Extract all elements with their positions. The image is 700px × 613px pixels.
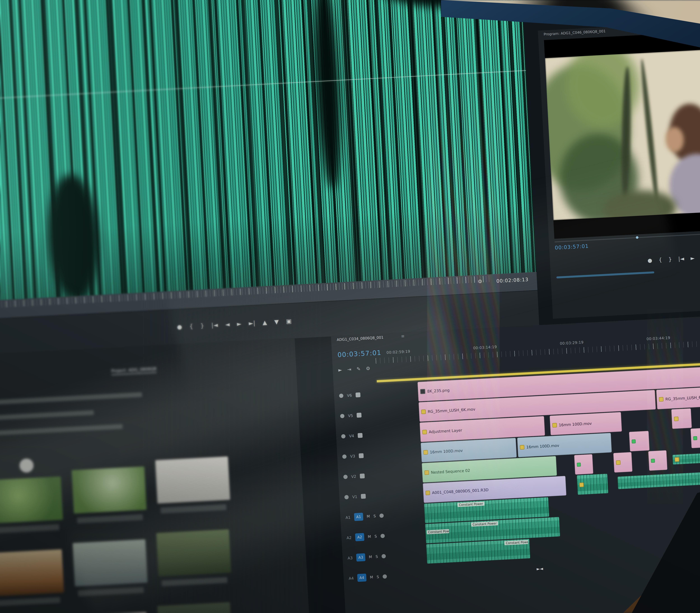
timeline-clip[interactable] [629, 431, 650, 452]
solo-button[interactable]: S [375, 555, 378, 559]
snap-icon[interactable]: ►◄ [537, 566, 543, 571]
timeline-clip[interactable]: 16mm 100D.mov [550, 412, 622, 435]
crossfade-label[interactable]: Constant Power [471, 521, 498, 526]
program-monitor-tab[interactable]: Program: ADG1_C046_0806Q8_001 [543, 29, 606, 36]
timeline-clip[interactable] [574, 454, 593, 475]
audio-snippet-clip[interactable] [577, 474, 608, 495]
effect-badge-icon [577, 462, 581, 467]
moire-artifact [647, 308, 683, 504]
track-header-a3: A3A3MS [345, 544, 426, 568]
fx-badge-icon [552, 423, 557, 428]
effect-badge-icon [693, 436, 697, 440]
timeline-clip[interactable] [690, 428, 700, 448]
timeline-clip[interactable]: 16mm 100D.mov [517, 433, 612, 457]
track-label[interactable]: A4 [348, 576, 354, 581]
mic-icon[interactable] [382, 554, 386, 559]
crossfade-label[interactable]: Constant Power [426, 529, 449, 534]
mic-icon[interactable] [382, 574, 387, 579]
play-icon[interactable]: ► [690, 255, 695, 261]
track-header-a4: A4A4MS [346, 564, 427, 588]
fx-badge-icon [616, 460, 621, 465]
effect-badge-icon [632, 439, 636, 443]
fx-badge-icon [520, 445, 525, 450]
mute-button[interactable]: M [369, 555, 372, 559]
crossfade-label[interactable]: Constant Power [504, 540, 528, 545]
track-label[interactable]: A3 [347, 556, 353, 560]
timeline-clip[interactable] [613, 452, 632, 473]
go-to-in-icon[interactable]: |◄ [678, 256, 684, 262]
solo-button[interactable]: S [377, 575, 379, 579]
fx-badge-icon [579, 482, 584, 487]
mute-button[interactable]: M [370, 575, 373, 579]
ruler-label: 00:03:29:19 [560, 340, 584, 345]
track-target-button[interactable]: A4 [357, 574, 367, 582]
track-target-button[interactable]: A3 [356, 553, 366, 562]
